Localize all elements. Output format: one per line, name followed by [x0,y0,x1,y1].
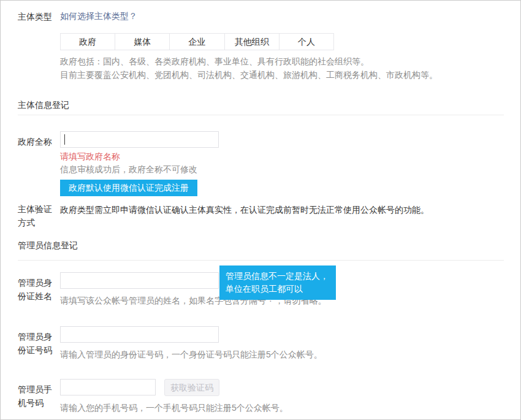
get-verification-code-button[interactable]: 获取验证码 [164,379,219,396]
admin-id-field: 管理员身份证号码 请输入管理员的身份证号码，一个身份证号码只能注册5个公众帐号。 [1,326,520,361]
admin-name-label: 管理员身份证姓名 [18,272,60,307]
tab-government[interactable]: 政府 [61,34,115,50]
admin-phone-help: 请输入您的手机号码，一个手机号码只能注册5个公众帐号。 [60,402,504,414]
admin-info-section-heading: 管理员信息登记 [18,239,504,261]
subject-type-row: 主体类型 如何选择主体类型？ 政府 媒体 企业 其他组织 个人 政府包括：国内、… [1,10,520,82]
gov-name-note: 信息审核成功后，政府全称不可修改 [60,163,504,175]
verify-method-label: 主体验证方式 [18,202,60,229]
subject-type-desc-line2: 目前主要覆盖公安机构、党团机构、司法机构、交通机构、旅游机构、工商税务机构、市政… [60,68,504,82]
gov-name-field: 政府全称 请填写政府名称 信息审核成功后，政府全称不可修改 政府默认使用微信认证… [1,131,520,196]
verify-method-text: 政府类型需立即申请微信认证确认主体真实性，在认证完成前暂时无法正常使用公众帐号的… [60,202,504,216]
verify-method-row: 主体验证方式 政府类型需立即申请微信认证确认主体真实性，在认证完成前暂时无法正常… [1,202,520,229]
gov-name-error: 请填写政府名称 [60,150,504,162]
tooltip-line1: 管理员信息不一定是法人， [226,270,330,283]
admin-id-label: 管理员身份证号码 [18,326,60,361]
tab-individual[interactable]: 个人 [280,34,333,50]
tab-other-org[interactable]: 其他组织 [225,34,280,50]
subject-info-section-heading: 主体信息登记 [18,99,504,115]
how-to-choose-type-link[interactable]: 如何选择主体类型？ [60,11,137,21]
tooltip-line2: 单位在职员工都可以 [226,283,330,296]
gov-name-label: 政府全称 [18,131,60,196]
admin-phone-label: 管理员手机号码 [18,379,60,414]
admin-info-section-title: 管理员信息登记 [18,239,504,260]
admin-id-input[interactable] [60,326,219,343]
wechat-verify-register-button[interactable]: 政府默认使用微信认证完成注册 [60,180,197,196]
subject-type-label: 主体类型 [18,10,60,82]
text-caret [64,134,65,145]
admin-name-field: 管理员身份证姓名 管理员信息不一定是法人， 单位在职员工都可以 请填写该公众帐号… [1,272,520,307]
subject-info-section-title: 主体信息登记 [18,99,504,115]
registration-form-page: 主体类型 如何选择主体类型？ 政府 媒体 企业 其他组织 个人 政府包括：国内、… [0,0,521,420]
admin-name-tooltip: 管理员信息不一定是法人， 单位在职员工都可以 [219,265,336,300]
subject-type-tabs: 政府 媒体 企业 其他组织 个人 [60,33,334,50]
tab-media[interactable]: 媒体 [115,34,170,50]
subject-type-desc-line1: 政府包括：国内、各级、各类政府机构、事业单位、具有行政职能的社会组织等。 [60,55,504,68]
gov-name-input[interactable] [60,131,219,148]
tab-enterprise[interactable]: 企业 [170,34,224,50]
admin-id-help: 请输入管理员的身份证号码，一个身份证号码只能注册5个公众帐号。 [60,348,504,361]
admin-phone-field: 管理员手机号码 获取验证码 请输入您的手机号码，一个手机号码只能注册5个公众帐号… [1,379,520,414]
admin-phone-input[interactable] [60,379,156,395]
admin-name-input[interactable] [60,272,219,289]
